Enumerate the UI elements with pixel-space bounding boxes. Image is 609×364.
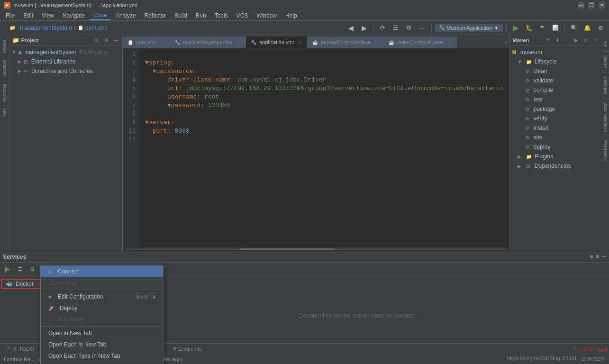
maven-lifecycle-section[interactable]: ▼ 📁 Lifecycle bbox=[510, 57, 602, 66]
ctx-connect[interactable]: ▶ Connect bbox=[41, 266, 163, 277]
project-tab[interactable]: Project bbox=[1, 37, 8, 56]
toolbar-forward-button[interactable]: ▶ bbox=[358, 22, 370, 34]
tab-close-borrow[interactable]: ✕ bbox=[373, 39, 379, 45]
tab-endpoints[interactable]: ⊛ Endpoints bbox=[168, 345, 207, 353]
menu-edit[interactable]: Edit bbox=[19, 11, 37, 20]
bean-validation-tab[interactable]: Bean Validation bbox=[602, 99, 609, 136]
menu-code[interactable]: Code bbox=[90, 11, 111, 20]
toolbar-structure-button[interactable]: ☰ bbox=[390, 22, 401, 34]
tab-app-props[interactable]: 🔧 application.properties ✕ bbox=[170, 36, 246, 48]
menu-refactor[interactable]: Refactor bbox=[141, 11, 170, 20]
tree-item-ext-libs[interactable]: ▶ ⊞ External Libraries bbox=[9, 57, 122, 66]
maven-icon-refresh[interactable]: ⟳ bbox=[544, 36, 552, 44]
ctx-edit-config[interactable]: ✏ Edit Configuration Shift+F4 bbox=[41, 291, 163, 302]
debug-button[interactable]: 🐛 bbox=[523, 22, 535, 34]
breadcrumb-project[interactable]: managementSystem bbox=[20, 25, 72, 31]
close-button[interactable]: ✕ bbox=[599, 2, 605, 9]
maven-deps-section[interactable]: ▶ ⊞ Dependencies bbox=[510, 161, 602, 171]
maven-verify[interactable]: ⚙ verify bbox=[510, 114, 602, 123]
menu-view[interactable]: View bbox=[38, 11, 58, 20]
menu-tools[interactable]: Tools bbox=[211, 11, 232, 20]
services-toolbar-btn3[interactable]: ⊟ bbox=[27, 264, 38, 275]
word-book-tab[interactable]: Word Book bbox=[602, 136, 609, 164]
ctx-deploy[interactable]: 🚀 Deploy bbox=[41, 302, 163, 314]
scroll-thumb[interactable] bbox=[239, 248, 335, 250]
notifications-button[interactable]: 🔔 bbox=[582, 22, 593, 34]
tree-item-root[interactable]: ▼ ◉ managementSystem E:\lyking90-m bbox=[9, 47, 122, 57]
maven-plugins-section[interactable]: ▶ 📁 Plugins bbox=[510, 152, 602, 161]
maven-root[interactable]: 🏛 museum bbox=[510, 47, 602, 57]
services-run-btn[interactable]: ▶ bbox=[2, 264, 13, 275]
maven-install-icon: ⚙ bbox=[525, 126, 532, 131]
code-editor[interactable]: ▼spring: ▼datasource: driver-class-name:… bbox=[139, 48, 509, 247]
menu-analyze[interactable]: Analyze bbox=[112, 11, 140, 20]
tab-index[interactable]: ☕ indexController.java ✕ bbox=[384, 36, 457, 48]
breadcrumb-file[interactable]: pom.xml bbox=[85, 25, 107, 31]
services-toolbar-btn2[interactable]: ☰ bbox=[14, 264, 26, 275]
database-tab[interactable]: Database bbox=[602, 73, 609, 99]
window-controls[interactable]: — ❐ ✕ bbox=[578, 2, 605, 9]
minimize-button[interactable]: — bbox=[578, 2, 584, 9]
toolbar-collapse-button[interactable]: — bbox=[417, 22, 428, 34]
panel-icon-gear[interactable]: ⚙ bbox=[102, 36, 110, 44]
panel-icon-scope[interactable]: ⊕ bbox=[93, 36, 100, 44]
maven-validate[interactable]: ⚙ validate bbox=[510, 76, 602, 85]
menu-window[interactable]: Window bbox=[253, 11, 281, 20]
run-config-selector[interactable]: 🔧 MuseumApplication ▼ bbox=[435, 24, 503, 32]
ctx-sep2 bbox=[41, 326, 163, 327]
ctx-open-new-tab[interactable]: Open in New Tab bbox=[41, 328, 163, 339]
tab-overflow-button[interactable]: ✓ bbox=[503, 36, 509, 48]
ctx-open-each-type-new-tab[interactable]: Open Each Type in New Tab bbox=[41, 350, 163, 362]
tab-todo[interactable]: ⚠ 6: TODO bbox=[2, 345, 39, 353]
maven-deploy[interactable]: ⚙ deploy bbox=[510, 142, 602, 152]
maven-test[interactable]: ⚙ test bbox=[510, 95, 602, 104]
tree-item-scratches[interactable]: ▶ ✏ Scratches and Consoles bbox=[9, 66, 122, 76]
tab-close-props[interactable]: ✕ bbox=[235, 39, 241, 45]
maven-icon-download[interactable]: ⬇ bbox=[554, 36, 561, 44]
menu-file[interactable]: File bbox=[2, 11, 18, 20]
maven-site[interactable]: ⚙ site bbox=[510, 133, 602, 142]
maven-clean[interactable]: ⚙ clean bbox=[510, 66, 602, 76]
settings-main-button[interactable]: ⚙ bbox=[595, 22, 606, 34]
tab-app-yml[interactable]: 🔧 application.yml ✕ bbox=[246, 36, 308, 48]
event-log-button[interactable]: ⚠ 1 Event Log bbox=[573, 346, 607, 352]
toolbar-settings-button[interactable]: ⚙ bbox=[403, 22, 415, 34]
tab-borrow[interactable]: ☕ borrowController.java ✕ bbox=[308, 36, 384, 48]
maven-side-tab[interactable]: Maven bbox=[602, 52, 609, 73]
search-button[interactable]: 🔍 bbox=[568, 22, 580, 34]
favorites-tab[interactable]: Favorites bbox=[1, 81, 8, 104]
toolbar-back-button[interactable]: ◀ bbox=[345, 22, 356, 34]
ant-tab[interactable]: Ant bbox=[602, 37, 609, 52]
services-close-icon[interactable]: — bbox=[601, 254, 606, 259]
menu-navigate[interactable]: Navigate bbox=[59, 11, 89, 20]
run-button[interactable]: ▶ bbox=[510, 22, 521, 34]
menu-vcs[interactable]: VCS bbox=[233, 11, 252, 20]
scroll-track[interactable] bbox=[125, 248, 508, 250]
web-tab[interactable]: Web bbox=[1, 105, 8, 119]
services-settings-icon[interactable]: ⚙ bbox=[595, 254, 600, 259]
structure-tab[interactable]: Structure bbox=[1, 57, 8, 80]
ctx-connect-label: Connect bbox=[58, 268, 79, 275]
profile-button[interactable]: 📊 bbox=[550, 22, 561, 34]
toolbar-sync-button[interactable]: ⟳ bbox=[377, 22, 388, 34]
menu-build[interactable]: Build bbox=[171, 11, 191, 20]
menu-run[interactable]: Run bbox=[192, 11, 210, 20]
panel-icon-collapse[interactable]: — bbox=[112, 36, 119, 44]
maven-install[interactable]: ⚙ install bbox=[510, 123, 602, 133]
tab-close-pom[interactable]: ✕ bbox=[159, 39, 164, 45]
maven-icon-expand[interactable]: » bbox=[591, 36, 599, 44]
maximize-button[interactable]: ❐ bbox=[588, 2, 595, 9]
maven-icon-more[interactable]: m bbox=[582, 36, 590, 44]
maven-package[interactable]: ⚙ package bbox=[510, 104, 602, 114]
ctx-open-each-new-tab[interactable]: Open Each in New Tab bbox=[41, 339, 163, 350]
services-add-icon[interactable]: ⊕ bbox=[590, 254, 593, 259]
maven-icon-run[interactable]: ▶ bbox=[573, 36, 580, 44]
maven-icon-add[interactable]: + bbox=[563, 36, 571, 44]
tab-close-yml[interactable]: ✕ bbox=[297, 39, 302, 45]
coverage-button[interactable]: ☂ bbox=[536, 22, 548, 34]
menu-help[interactable]: Help bbox=[282, 11, 301, 20]
tab-close-index[interactable]: ✕ bbox=[446, 39, 452, 45]
maven-compile[interactable]: ⚙ compile bbox=[510, 85, 602, 95]
editor-scrollbar[interactable] bbox=[123, 247, 509, 251]
tab-pom-xml[interactable]: 📋 pom.xml ✕ bbox=[123, 36, 170, 48]
